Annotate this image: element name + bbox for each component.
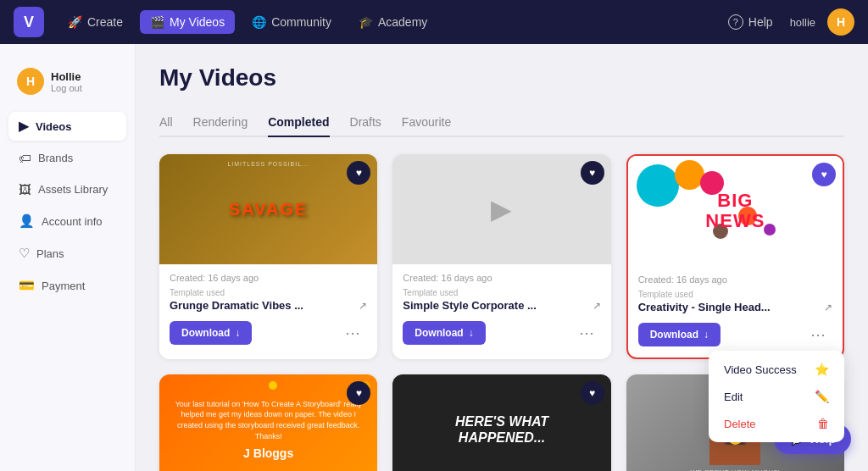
- thumbnail-3[interactable]: BIGNEWS ♥: [628, 156, 843, 266]
- video-grid: SAVAGE LIMITLESS POSSIBIL... ♥ Created: …: [159, 154, 844, 471]
- tab-completed[interactable]: Completed: [268, 108, 329, 137]
- tab-all[interactable]: All: [159, 108, 173, 137]
- thumb-tag-1: LIMITLESS POSSIBIL...: [159, 161, 377, 167]
- nav-create[interactable]: 🚀 Create: [58, 10, 133, 34]
- brands-icon: 🏷: [19, 151, 31, 165]
- dropdown-delete[interactable]: Delete 🗑: [714, 410, 839, 437]
- video-created-1: Created: 16 days ago: [170, 273, 367, 283]
- dropdown-edit[interactable]: Edit ✏️: [714, 383, 839, 410]
- tab-drafts[interactable]: Drafts: [350, 108, 381, 137]
- nav-community[interactable]: 🌐 Community: [242, 10, 342, 34]
- card-actions-3: Download ↓ ⋯: [638, 322, 832, 347]
- thumbnail-5[interactable]: HERE'S WHATHAPPENED... ♥: [392, 374, 610, 471]
- app-logo[interactable]: V: [14, 7, 44, 37]
- ext-link-3[interactable]: ↗: [824, 302, 832, 313]
- sidebar-user-section: H Hollie Log out: [8, 61, 126, 108]
- video-icon: 🎬: [150, 15, 164, 29]
- card-actions-1: Download ↓ ⋯: [170, 320, 367, 346]
- hwh-text: HERE'S WHATHAPPENED...: [455, 413, 548, 446]
- template-name-1: Grunge Dramatic Vibes ...: [170, 299, 303, 312]
- video-tabs: All Rendering Completed Drafts Favourite: [159, 108, 844, 137]
- help-circle-icon: ?: [728, 14, 743, 30]
- download-icon-1: ↓: [235, 327, 240, 339]
- main-layout: H Hollie Log out ▶ Videos 🏷 Brands 🖼 Ass…: [0, 44, 868, 471]
- template-label-3: Template used: [638, 290, 832, 299]
- edit-icon: ✏️: [815, 390, 829, 403]
- academy-icon: 🎓: [359, 15, 373, 29]
- nav-my-videos[interactable]: 🎬 My Videos: [140, 10, 235, 34]
- nav-academy[interactable]: 🎓 Academy: [348, 10, 437, 34]
- video-card-3: BIGNEWS ♥ Created: 16 days ago Template …: [626, 154, 844, 359]
- sidebar: H Hollie Log out ▶ Videos 🏷 Brands 🖼 Ass…: [0, 44, 136, 471]
- user-avatar-nav[interactable]: H: [827, 8, 854, 36]
- thumbnail-2[interactable]: ▶ ♥: [392, 154, 610, 264]
- avatar: H: [17, 68, 44, 95]
- more-btn-1[interactable]: ⋯: [338, 320, 367, 346]
- favourite-btn-3[interactable]: ♥: [812, 163, 836, 186]
- rocket-icon: 🚀: [68, 15, 82, 29]
- jbloggs-body-text: Your last tutorial on 'How To Create A S…: [168, 399, 369, 441]
- community-icon: 🌐: [252, 15, 266, 29]
- video-info-2: Created: 16 days ago Template used Simpl…: [392, 264, 610, 356]
- video-card-4: Your last tutorial on 'How To Create A S…: [159, 374, 377, 471]
- ext-link-1[interactable]: ↗: [359, 300, 367, 312]
- more-btn-2[interactable]: ⋯: [572, 320, 601, 346]
- thumbnail-4[interactable]: Your last tutorial on 'How To Create A S…: [159, 374, 377, 471]
- sidebar-item-assets[interactable]: 🖼 Assets Library: [8, 175, 126, 203]
- top-navigation: V 🚀 Create 🎬 My Videos 🌐 Community 🎓 Aca…: [0, 0, 868, 44]
- big-news-text: BIGNEWS: [705, 191, 765, 231]
- sidebar-item-videos[interactable]: ▶ Videos: [8, 112, 126, 141]
- video-created-2: Created: 16 days ago: [403, 273, 600, 283]
- account-icon: 👤: [19, 213, 35, 229]
- template-name-2: Simple Style Corporate ...: [403, 299, 537, 312]
- favourite-btn-5[interactable]: ♥: [581, 381, 604, 405]
- template-name-3: Creativity - Single Head...: [638, 301, 771, 313]
- sidebar-item-account[interactable]: 👤 Account info: [8, 207, 126, 236]
- jbloggs-name: J Bloggs: [243, 446, 293, 460]
- sidebar-item-brands[interactable]: 🏷 Brands: [8, 144, 126, 172]
- download-btn-1[interactable]: Download ↓: [170, 321, 252, 345]
- trash-icon: 🗑: [817, 417, 829, 430]
- favourite-btn-2[interactable]: ♥: [581, 161, 604, 185]
- plans-icon: ♡: [19, 246, 30, 261]
- video-card-1: SAVAGE LIMITLESS POSSIBIL... ♥ Created: …: [159, 154, 377, 359]
- logout-link[interactable]: Log out: [51, 83, 82, 93]
- main-content: My Videos All Rendering Completed Drafts…: [136, 44, 868, 471]
- sidebar-item-payment[interactable]: 💳 Payment: [8, 271, 126, 300]
- videos-icon: ▶: [19, 119, 29, 134]
- tab-favourite[interactable]: Favourite: [402, 108, 451, 137]
- thumbnail-1[interactable]: SAVAGE LIMITLESS POSSIBIL... ♥: [159, 154, 377, 264]
- download-icon-3: ↓: [704, 329, 709, 341]
- ext-link-2[interactable]: ↗: [593, 300, 601, 312]
- more-btn-3[interactable]: ⋯: [804, 322, 832, 347]
- nav-username: hollie: [790, 16, 815, 29]
- template-label-1: Template used: [170, 288, 367, 297]
- page-title: My Videos: [159, 64, 844, 91]
- card-actions-2: Download ↓ ⋯: [403, 320, 600, 346]
- sidebar-username: Hollie: [51, 70, 82, 83]
- sidebar-item-plans[interactable]: ♡ Plans: [8, 239, 126, 268]
- download-icon-2: ↓: [469, 327, 474, 339]
- video-created-3: Created: 16 days ago: [638, 274, 832, 285]
- assets-icon: 🖼: [19, 182, 31, 197]
- download-btn-3[interactable]: Download ↓: [638, 323, 721, 346]
- dropdown-video-success[interactable]: Video Success ⭐: [714, 356, 839, 383]
- video-info-1: Created: 16 days ago Template used Grung…: [159, 264, 377, 356]
- download-btn-2[interactable]: Download ↓: [403, 321, 485, 345]
- payment-icon: 💳: [19, 278, 35, 293]
- video-card-5: HERE'S WHATHAPPENED... ♥ Created: 16 day…: [392, 374, 610, 471]
- star-icon: ⭐: [815, 363, 829, 376]
- template-label-2: Template used: [403, 288, 600, 297]
- dropdown-menu: Video Success ⭐ Edit ✏️ Delete 🗑: [709, 351, 844, 442]
- video-card-2: ▶ ♥ Created: 16 days ago Template used S…: [392, 154, 610, 359]
- tab-rendering[interactable]: Rendering: [193, 108, 248, 137]
- help-nav-button[interactable]: ? Help: [718, 9, 783, 35]
- video-info-3: Created: 16 days ago Template used Creat…: [628, 266, 843, 357]
